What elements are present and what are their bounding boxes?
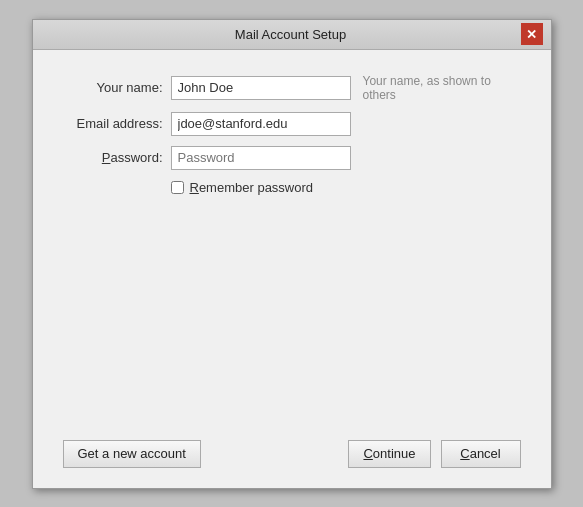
email-label: Email address: — [63, 116, 163, 131]
remember-password-checkbox[interactable] — [171, 181, 184, 194]
email-input[interactable] — [171, 112, 351, 136]
continue-button[interactable]: Continue — [348, 440, 430, 468]
mail-account-setup-dialog: Mail Account Setup ✕ Your name: Your nam… — [32, 19, 552, 489]
get-account-button[interactable]: Get a new account — [63, 440, 201, 468]
name-input[interactable] — [171, 76, 351, 100]
email-row: Email address: — [63, 112, 521, 136]
button-bar: Get a new account Continue Cancel — [63, 430, 521, 472]
password-input[interactable] — [171, 146, 351, 170]
password-row: Password: — [63, 146, 521, 170]
title-bar: Mail Account Setup ✕ — [33, 20, 551, 50]
button-right: Continue Cancel — [348, 440, 520, 468]
button-left: Get a new account — [63, 440, 201, 468]
remember-password-row: Remember password — [171, 180, 521, 195]
password-label: Password: — [63, 150, 163, 165]
name-label: Your name: — [63, 80, 163, 95]
dialog-title: Mail Account Setup — [61, 27, 521, 42]
content-spacer — [63, 195, 521, 430]
dialog-content: Your name: Your name, as shown to others… — [33, 50, 551, 488]
remember-password-label: Remember password — [190, 180, 314, 195]
close-button[interactable]: ✕ — [521, 23, 543, 45]
form-area: Your name: Your name, as shown to others… — [63, 74, 521, 195]
name-row: Your name: Your name, as shown to others — [63, 74, 521, 102]
name-hint: Your name, as shown to others — [363, 74, 521, 102]
cancel-button[interactable]: Cancel — [441, 440, 521, 468]
